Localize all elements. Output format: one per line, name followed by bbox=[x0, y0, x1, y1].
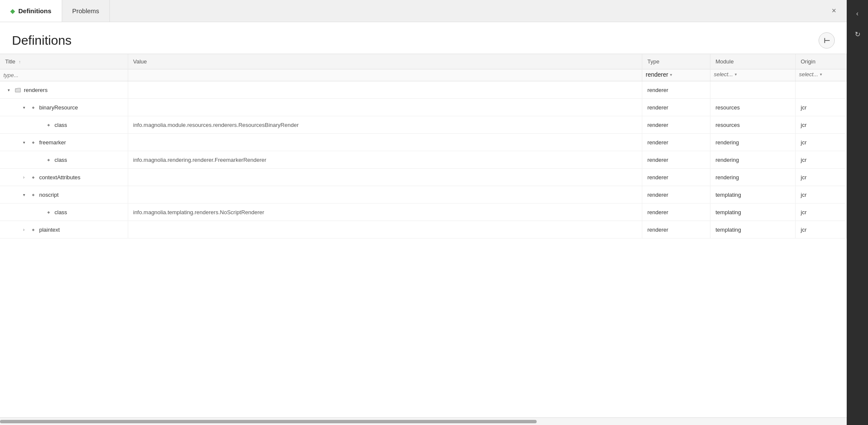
title-cell-content: ▾◆noscript bbox=[5, 191, 123, 198]
row-type-cell: renderer bbox=[642, 221, 710, 238]
title-cell-content: ▾◆binaryResource bbox=[5, 104, 123, 111]
page-header: Definitions ⊢ bbox=[0, 22, 847, 54]
row-title-text: class bbox=[55, 209, 67, 215]
row-type-cell: renderer bbox=[642, 99, 710, 116]
property-icon: ◆ bbox=[30, 104, 37, 111]
expand-icon[interactable]: ▾ bbox=[20, 191, 27, 198]
close-button[interactable]: × bbox=[828, 5, 840, 17]
row-module-cell: rendering bbox=[710, 151, 796, 169]
row-value-cell bbox=[128, 186, 642, 204]
title-cell-content: ▾◆freemarker bbox=[5, 139, 123, 146]
filter-title-input[interactable] bbox=[3, 71, 124, 79]
table-row: ▾◆freemarkerrendererrenderingjcr bbox=[0, 134, 847, 151]
row-title-text: renderers bbox=[24, 87, 48, 93]
row-value-cell: info.magnolia.rendering.renderer.Freemar… bbox=[128, 151, 642, 169]
refresh-button[interactable]: ↻ bbox=[850, 26, 865, 42]
filter-type-value: renderer bbox=[646, 71, 668, 78]
row-title-cell: ◆class bbox=[0, 204, 128, 221]
expand-icon[interactable]: ▾ bbox=[20, 139, 27, 146]
scrollbar-thumb[interactable] bbox=[0, 420, 537, 423]
row-origin-cell: jcr bbox=[796, 204, 847, 221]
filter-origin-chevron: ▾ bbox=[820, 72, 822, 77]
row-value-cell bbox=[128, 99, 642, 116]
row-title-cell: ›◆contextAttributes bbox=[0, 169, 128, 186]
scrollbar-track bbox=[0, 420, 537, 423]
tab-bar: ◆ Definitions Problems × bbox=[0, 0, 847, 22]
property-icon: ◆ bbox=[30, 226, 37, 233]
row-title-text: freemarker bbox=[39, 139, 66, 146]
row-title-cell: ▾renderers bbox=[0, 81, 128, 99]
filter-cell-origin[interactable]: select... ▾ bbox=[796, 69, 847, 81]
table-row: ▾◆binaryResourcerendererresourcesjcr bbox=[0, 99, 847, 116]
row-title-text: plaintext bbox=[39, 227, 60, 233]
row-value-cell bbox=[128, 169, 642, 186]
row-type-cell: renderer bbox=[642, 169, 710, 186]
row-title-cell: ▾◆noscript bbox=[0, 186, 128, 204]
filter-cell-title[interactable] bbox=[0, 69, 128, 81]
filter-module-select[interactable]: select... ▾ bbox=[714, 71, 792, 78]
collapse-sidebar-button[interactable]: ‹ bbox=[850, 6, 865, 21]
col-header-module: Module bbox=[710, 54, 796, 69]
title-cell-content: ▾renderers bbox=[5, 86, 123, 93]
row-title-text: class bbox=[55, 122, 67, 128]
expand-icon bbox=[36, 156, 43, 163]
expand-icon[interactable]: › bbox=[20, 174, 27, 181]
table-row: ›◆plaintextrenderertemplatingjcr bbox=[0, 221, 847, 238]
row-value-cell bbox=[128, 221, 642, 238]
row-value-cell bbox=[128, 134, 642, 151]
row-title-text: noscript bbox=[39, 192, 59, 198]
filter-cell-module[interactable]: select... ▾ bbox=[710, 69, 796, 81]
expand-icon[interactable]: ▾ bbox=[20, 104, 27, 111]
col-header-type: Type bbox=[642, 54, 710, 69]
tab-problems[interactable]: Problems bbox=[62, 0, 110, 22]
expand-icon[interactable]: ▾ bbox=[5, 86, 12, 93]
filter-cell-type[interactable]: renderer ▾ bbox=[642, 69, 710, 81]
row-module-cell bbox=[710, 81, 796, 99]
row-origin-cell: jcr bbox=[796, 169, 847, 186]
table-row: ▾◆noscriptrenderertemplatingjcr bbox=[0, 186, 847, 204]
content-area: Definitions ⊢ Title ↑ Value Ty bbox=[0, 22, 847, 425]
horizontal-scrollbar[interactable] bbox=[0, 417, 847, 425]
row-type-cell: renderer bbox=[642, 116, 710, 134]
row-module-cell: templating bbox=[710, 221, 796, 238]
folder-icon bbox=[14, 86, 21, 93]
filter-row: renderer ▾ select... ▾ s bbox=[0, 69, 847, 81]
definitions-diamond-icon: ◆ bbox=[10, 8, 15, 14]
property-icon: ◆ bbox=[45, 156, 52, 163]
title-cell-content: ›◆plaintext bbox=[5, 226, 123, 233]
property-icon: ◆ bbox=[30, 191, 37, 198]
filter-module-placeholder: select... bbox=[714, 71, 733, 78]
filter-origin-select[interactable]: select... ▾ bbox=[799, 71, 843, 78]
title-cell-content: ◆class bbox=[5, 121, 123, 128]
filter-type-select[interactable]: renderer ▾ bbox=[646, 71, 707, 78]
row-module-cell: rendering bbox=[710, 134, 796, 151]
tab-definitions[interactable]: ◆ Definitions bbox=[0, 0, 62, 22]
property-icon: ◆ bbox=[30, 174, 37, 181]
row-module-cell: resources bbox=[710, 116, 796, 134]
row-module-cell: resources bbox=[710, 99, 796, 116]
row-title-cell: ▾◆binaryResource bbox=[0, 99, 128, 116]
row-origin-cell bbox=[796, 81, 847, 99]
expand-icon[interactable]: › bbox=[20, 226, 27, 233]
row-type-cell: renderer bbox=[642, 186, 710, 204]
export-button[interactable]: ⊢ bbox=[819, 32, 835, 49]
filter-origin-placeholder: select... bbox=[799, 71, 818, 78]
table-container[interactable]: Title ↑ Value Type Module bbox=[0, 54, 847, 417]
filter-cell-value bbox=[128, 69, 642, 81]
row-origin-cell: jcr bbox=[796, 116, 847, 134]
table-row: ›◆contextAttributesrendererrenderingjcr bbox=[0, 169, 847, 186]
property-icon: ◆ bbox=[45, 209, 52, 215]
col-header-value: Value bbox=[128, 54, 642, 69]
table-row: ◆classinfo.magnolia.module.resources.ren… bbox=[0, 116, 847, 134]
row-value-cell: info.magnolia.templating.renderers.NoScr… bbox=[128, 204, 642, 221]
title-cell-content: ◆class bbox=[5, 209, 123, 215]
sort-icon-title: ↑ bbox=[19, 60, 21, 64]
main-area: ◆ Definitions Problems × Definitions ⊢ T… bbox=[0, 0, 847, 425]
page-title: Definitions bbox=[12, 33, 72, 48]
row-title-text: binaryResource bbox=[39, 104, 78, 111]
table-body: ▾renderersrenderer▾◆binaryResourcerender… bbox=[0, 81, 847, 238]
row-value-cell bbox=[128, 81, 642, 99]
title-cell-content: ›◆contextAttributes bbox=[5, 174, 123, 181]
row-module-cell: templating bbox=[710, 204, 796, 221]
table-row: ◆classinfo.magnolia.templating.renderers… bbox=[0, 204, 847, 221]
